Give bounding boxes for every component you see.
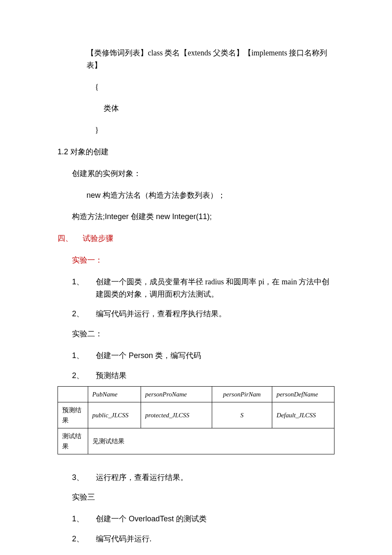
th-personpirnam: personPirNam bbox=[212, 386, 272, 402]
list-text: 创建一个圆类，成员变量有半径 radius 和圆周率 pi，在 main 方法中… bbox=[96, 276, 334, 301]
prediction-table: PubName personProName personPirNam perso… bbox=[58, 386, 334, 454]
exp3-item-1: 1、 创建一个 OverloadTest 的测试类 bbox=[72, 513, 334, 525]
brace-close: } bbox=[95, 124, 334, 136]
td-s: S bbox=[212, 402, 272, 428]
table-header-row: PubName personProName personPirNam perso… bbox=[58, 386, 334, 402]
list-number: 2、 bbox=[72, 533, 96, 545]
th-persondefname: personDefName bbox=[272, 386, 334, 402]
td-default: Default_JLCSS bbox=[272, 402, 334, 428]
experiment-3-title: 实验三 bbox=[72, 491, 334, 503]
th-personproname: personProName bbox=[141, 386, 212, 402]
list-number: 3、 bbox=[72, 471, 96, 484]
list-number: 2、 bbox=[72, 308, 96, 320]
sec4-title: 试验步骤 bbox=[83, 234, 113, 243]
list-text: 预测结果 bbox=[96, 370, 334, 382]
sec4-num: 四、 bbox=[58, 234, 73, 243]
table-row-predict: 预测结果 public_JLCSS protected_JLCSS S Defa… bbox=[58, 402, 334, 428]
sec12-para2: new 构造方法名（构造方法参数列表）； bbox=[86, 189, 334, 202]
class-decl-line: 【类修饰词列表】class 类名【extends 父类名】【implements… bbox=[86, 47, 334, 72]
th-pubname: PubName bbox=[88, 386, 141, 402]
exp2-item-3: 3、 运行程序，查看运行结果。 bbox=[72, 471, 334, 484]
table-row-test: 测试结果 见测试结果 bbox=[58, 428, 334, 454]
list-text: 查看运行结果 bbox=[96, 553, 334, 555]
section-number: 1.2 对象的创建 bbox=[58, 147, 109, 156]
list-number: 3、 bbox=[72, 553, 96, 555]
sec12-p2-text: new 构造方法名（构造方法参数列表）； bbox=[86, 191, 225, 199]
class-body-text: 类体 bbox=[104, 102, 334, 115]
td-protected: protected_JLCSS bbox=[141, 402, 212, 428]
section-4-heading: 四、 试验步骤 bbox=[58, 232, 334, 245]
list-number: 1、 bbox=[72, 276, 96, 301]
sec12-p3-text: 构造方法;Integer 创建类 new Integer(11); bbox=[72, 212, 212, 221]
section-1-2-heading: 1.2 对象的创建 bbox=[58, 146, 334, 158]
list-text: 创建一个 Person 类，编写代码 bbox=[96, 350, 334, 362]
sec12-para3: 构造方法;Integer 创建类 new Integer(11); bbox=[72, 211, 334, 223]
list-number: 2、 bbox=[72, 370, 96, 382]
experiment-1-title: 实验一： bbox=[72, 254, 334, 266]
exp2-item-1: 1、 创建一个 Person 类，编写代码 bbox=[72, 350, 334, 362]
list-text: 创建一个 OverloadTest 的测试类 bbox=[96, 513, 334, 525]
exp2-item-2: 2、 预测结果 bbox=[72, 370, 334, 382]
list-text: 编写代码并运行. bbox=[96, 533, 334, 545]
list-number: 1、 bbox=[72, 350, 96, 362]
td-predict-label: 预测结果 bbox=[58, 402, 88, 428]
experiment-2-title: 实验二： bbox=[72, 328, 334, 340]
brace-open: { bbox=[95, 81, 334, 93]
list-text: 运行程序，查看运行结果。 bbox=[96, 471, 334, 484]
exp1-item-1: 1、 创建一个圆类，成员变量有半径 radius 和圆周率 pi，在 main … bbox=[72, 276, 334, 301]
list-number: 1、 bbox=[72, 513, 96, 525]
exp3-item-2: 2、 编写代码并运行. bbox=[72, 533, 334, 545]
td-test-result: 见测试结果 bbox=[88, 428, 334, 454]
list-text: 编写代码并运行，查看程序执行结果。 bbox=[96, 308, 334, 320]
exp3-item-3: 3、 查看运行结果 bbox=[72, 553, 334, 555]
td-test-label: 测试结果 bbox=[58, 428, 88, 454]
exp1-item-2: 2、 编写代码并运行，查看程序执行结果。 bbox=[72, 308, 334, 320]
th-empty bbox=[58, 386, 88, 402]
td-public: public_JLCSS bbox=[88, 402, 141, 428]
sec12-para1: 创建累的实例对象： bbox=[72, 168, 334, 180]
